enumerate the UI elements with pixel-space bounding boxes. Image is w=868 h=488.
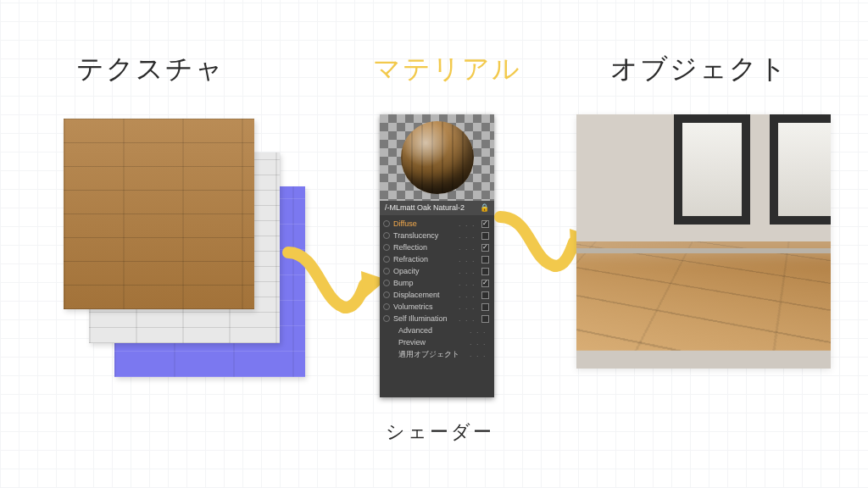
shader-property-list: Diffuse. . .Translucency. . .Reflection.…: [380, 215, 494, 362]
shader-property-row[interactable]: Translucency. . .: [380, 230, 494, 241]
heading-texture: テクスチャ: [76, 51, 225, 88]
render-window: [674, 114, 750, 225]
shader-property-checkbox[interactable]: [481, 244, 489, 252]
shader-property-row[interactable]: Bump. . .: [380, 277, 494, 289]
shader-property-label: Refraction: [393, 256, 455, 263]
material-name-text: /-MLmatt Oak Natural-2: [385, 204, 465, 212]
shader-property-row[interactable]: Displacement. . .: [380, 289, 494, 301]
shader-property-checkbox[interactable]: [481, 303, 489, 311]
label-shader: シェーダー: [386, 419, 494, 445]
texture-diffuse: [64, 119, 254, 309]
render-window: [770, 114, 831, 225]
shader-section-row[interactable]: Preview. . .: [380, 336, 494, 348]
shader-property-row[interactable]: Refraction. . .: [380, 253, 494, 265]
radio-icon[interactable]: [383, 280, 390, 286]
shader-property-label: Translucency: [393, 232, 455, 240]
shader-property-row[interactable]: Opacity. . .: [380, 265, 494, 277]
radio-icon[interactable]: [383, 268, 390, 274]
shader-section-row[interactable]: 適用オブジェクト. . .: [380, 348, 494, 360]
shader-property-checkbox[interactable]: [481, 232, 489, 240]
shader-property-row[interactable]: Reflection. . .: [380, 241, 494, 253]
material-editor-panel: /-MLmatt Oak Natural-2 🔒 Diffuse. . .Tra…: [380, 114, 494, 397]
shader-section-row[interactable]: Advanced. . .: [380, 324, 494, 336]
shader-property-checkbox[interactable]: [481, 220, 489, 228]
render-floor: [576, 241, 831, 351]
shader-property-label: Volumetrics: [393, 303, 455, 311]
shader-section-label: 適用オブジェクト: [398, 351, 466, 358]
heading-material: マテリアル: [373, 51, 521, 88]
arrow-texture-to-material: [280, 236, 390, 329]
shader-property-label: Displacement: [393, 291, 455, 299]
heading-object: オブジェクト: [610, 51, 788, 88]
shader-property-row[interactable]: Diffuse. . .: [380, 218, 494, 230]
shader-property-checkbox[interactable]: [481, 291, 489, 299]
material-preview: [380, 114, 494, 201]
radio-icon[interactable]: [383, 256, 390, 263]
material-name-field[interactable]: /-MLmatt Oak Natural-2 🔒: [380, 201, 494, 215]
shader-section-label: Preview: [398, 339, 466, 347]
shader-property-checkbox[interactable]: [481, 268, 489, 275]
shader-property-checkbox[interactable]: [481, 315, 489, 323]
shader-property-checkbox[interactable]: [481, 280, 489, 287]
radio-icon[interactable]: [383, 220, 390, 227]
shader-property-row[interactable]: Self Illumination. . .: [380, 313, 494, 324]
radio-icon[interactable]: [383, 291, 390, 298]
radio-icon[interactable]: [383, 232, 390, 239]
shader-property-checkbox[interactable]: [481, 256, 489, 263]
radio-icon[interactable]: [383, 303, 390, 310]
radio-icon[interactable]: [383, 315, 390, 322]
shader-property-label: Reflection: [393, 244, 455, 252]
shader-property-row[interactable]: Volumetrics. . .: [380, 301, 494, 313]
lock-icon[interactable]: 🔒: [480, 204, 489, 212]
render-baseboard: [576, 248, 831, 253]
rendered-object: [576, 114, 831, 369]
shader-property-label: Bump: [393, 280, 455, 287]
shader-section-label: Advanced: [398, 327, 466, 335]
texture-stack: [64, 119, 301, 381]
material-preview-sphere: [401, 121, 474, 194]
radio-icon[interactable]: [383, 244, 390, 251]
shader-property-label: Opacity: [393, 268, 455, 275]
shader-property-label: Self Illumination: [393, 315, 455, 323]
shader-property-label: Diffuse: [393, 220, 455, 228]
